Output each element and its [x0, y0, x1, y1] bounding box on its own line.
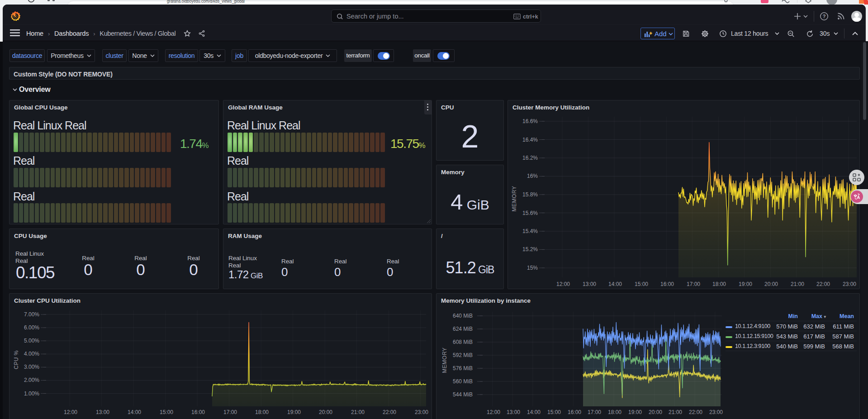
svg-text:grafana.oldboyedu.com/d/k8s_vi: grafana.oldboyedu.com/d/k8s_views_global — [167, 0, 245, 4]
svg-text:?: ? — [823, 14, 826, 19]
